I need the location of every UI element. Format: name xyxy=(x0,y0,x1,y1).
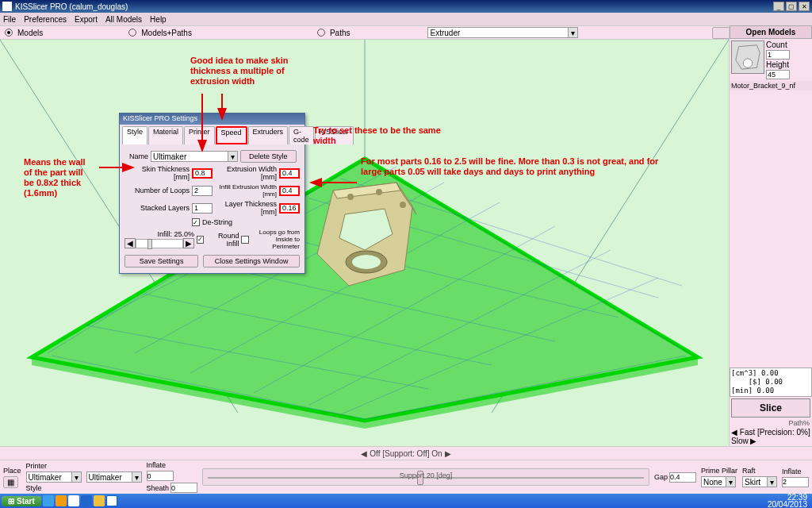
inflate2-input[interactable] xyxy=(782,477,809,487)
support-prev[interactable]: ◀ xyxy=(358,449,370,458)
right-panel: Open Models Count Height Motor_Bracket_9… xyxy=(729,25,812,446)
style-combo[interactable]: Ultimaker▾ xyxy=(86,471,142,483)
loops-input[interactable] xyxy=(192,186,213,196)
viewport-3d[interactable] xyxy=(0,40,729,446)
svg-point-31 xyxy=(743,59,752,67)
place-button[interactable]: ▦ xyxy=(3,476,18,488)
support-slider[interactable]: Support 20 [deg] xyxy=(202,468,649,486)
start-button[interactable]: ⊞Start xyxy=(2,496,41,506)
taskbar-chrome-icon[interactable] xyxy=(68,495,79,506)
view-mode-row: Models Models+Paths Paths Extruder ▾ Res… xyxy=(0,25,812,40)
open-models-header: Open Models xyxy=(730,25,812,39)
printer-label: Printer xyxy=(26,462,48,470)
path-percent: Path% xyxy=(730,419,812,427)
sheath-label: Sheath xyxy=(147,484,170,492)
stats-box: [cm^3] 0.00 [$] 0.00 [min] 0.00 xyxy=(730,368,812,397)
infill-label: Infill: 25.0% xyxy=(124,230,194,238)
loopsfrom-label: Loops go from Inside to Perimeter xyxy=(251,229,300,250)
menu-all-models[interactable]: All Models xyxy=(105,15,142,24)
menu-bar: File Preferences Export All Models Help xyxy=(0,13,812,25)
infill-right[interactable]: ▶ xyxy=(183,238,194,248)
tab-gcode[interactable]: G-code xyxy=(289,126,314,144)
model-thumbnail[interactable] xyxy=(731,40,764,74)
inflate2-label: Inflate xyxy=(782,468,802,475)
taskbar: ⊞Start 22:3920/04/2013 xyxy=(0,494,812,508)
model-name[interactable]: Motor_Bracket_9_nf xyxy=(730,81,812,90)
prime-combo[interactable]: None▾ xyxy=(701,476,736,487)
svg-point-29 xyxy=(400,202,406,208)
taskbar-explorer-icon[interactable] xyxy=(94,495,105,506)
svg-point-28 xyxy=(376,189,382,195)
height-label: Height xyxy=(766,60,790,69)
delete-style-button[interactable]: Delete Style xyxy=(240,150,297,163)
svg-point-25 xyxy=(352,255,381,269)
extruder-combo[interactable]: Extruder ▾ xyxy=(427,27,578,38)
round-check[interactable]: ✓ xyxy=(197,236,204,244)
precision-slider-label[interactable]: ◀ Fast [Precision: 0%] Slow ▶ xyxy=(730,427,812,446)
chevron-down-icon: ▾ xyxy=(726,477,735,487)
bottom-panel: Place ▦ Printer Ultimaker▾ Style Ultimak… xyxy=(0,460,812,494)
annotation-wall: Means the wall of the part will be 0.8x2… xyxy=(24,157,95,198)
tab-style[interactable]: Style xyxy=(122,126,147,144)
inflate-input[interactable] xyxy=(147,471,174,481)
taskbar-clock[interactable]: 22:3920/04/2013 xyxy=(768,494,810,508)
count-label: Count xyxy=(766,40,790,49)
stack-input[interactable] xyxy=(192,203,213,214)
radio-models[interactable] xyxy=(5,29,13,37)
style-label: Style xyxy=(26,484,42,492)
close-button[interactable]: ✕ xyxy=(799,2,810,11)
app-icon xyxy=(2,2,12,11)
radio-models-paths[interactable] xyxy=(128,29,136,37)
layer-label: Layer Thickness [mm] xyxy=(215,200,277,216)
name-label: Name xyxy=(124,152,148,160)
destring-check[interactable]: ✓ xyxy=(192,218,200,226)
support-next[interactable]: ▶ xyxy=(442,449,454,458)
slice-button[interactable]: Slice xyxy=(731,398,810,418)
taskbar-ie-icon[interactable] xyxy=(43,495,54,506)
round-label: Round Infill xyxy=(206,232,239,248)
infill-left[interactable]: ◀ xyxy=(124,238,136,248)
window-title: KISSlicer PRO (calum_douglas) xyxy=(15,2,128,11)
menu-file[interactable]: File xyxy=(3,15,16,24)
taskbar-app-icon[interactable] xyxy=(81,495,92,506)
name-combo[interactable]: Ultimaker▾ xyxy=(151,151,238,162)
raft-combo[interactable]: Skirt▾ xyxy=(742,476,777,487)
loopsfrom-check[interactable] xyxy=(241,236,248,244)
destring-label: De-String xyxy=(202,218,232,226)
chevron-down-icon: ▾ xyxy=(767,477,776,487)
place-label: Place xyxy=(3,467,21,475)
menu-help[interactable]: Help xyxy=(150,15,167,24)
tab-printer[interactable]: Printer xyxy=(184,126,215,144)
infill-slider[interactable] xyxy=(136,239,183,248)
extw-label: Extrusion Width [mm] xyxy=(215,165,277,181)
taskbar-vlc-icon[interactable] xyxy=(56,495,67,506)
settings-dialog: KISSlicer PRO Settings Style Material Pr… xyxy=(119,113,305,274)
sheath-input[interactable] xyxy=(170,483,197,493)
count-input[interactable] xyxy=(766,50,790,60)
menu-preferences[interactable]: Preferences xyxy=(24,15,67,24)
inflate-label: Inflate xyxy=(147,461,167,469)
title-bar: KISSlicer PRO (calum_douglas) _ ▢ ✕ xyxy=(0,0,812,13)
save-settings-button[interactable]: Save Settings xyxy=(124,255,198,267)
tab-extruders[interactable]: Extruders xyxy=(248,126,289,144)
chevron-down-icon: ▾ xyxy=(132,472,141,482)
minimize-button[interactable]: _ xyxy=(773,2,784,11)
menu-export[interactable]: Export xyxy=(75,15,98,24)
taskbar-kisslicer-icon[interactable] xyxy=(106,495,117,506)
infw-input[interactable] xyxy=(279,186,300,196)
maximize-button[interactable]: ▢ xyxy=(786,2,797,11)
tab-speed[interactable]: Speed xyxy=(216,126,247,144)
printer-combo[interactable]: Ultimaker▾ xyxy=(26,471,82,483)
extw-input[interactable] xyxy=(279,168,300,179)
layer-input[interactable] xyxy=(279,203,300,214)
extruder-combo-label: Extruder xyxy=(430,29,460,37)
skin-input[interactable] xyxy=(192,168,213,179)
label-paths: Paths xyxy=(330,29,350,37)
tab-material[interactable]: Material xyxy=(148,126,183,144)
height-input[interactable] xyxy=(766,70,790,79)
gap-input[interactable] xyxy=(669,472,696,483)
close-settings-button[interactable]: Close Settings Window xyxy=(203,255,300,267)
radio-paths[interactable] xyxy=(317,29,325,37)
dialog-tabs: Style Material Printer Speed Extruders G… xyxy=(120,125,304,144)
support-bar: ◀ Off [Support: Off] On ▶ xyxy=(0,446,812,460)
